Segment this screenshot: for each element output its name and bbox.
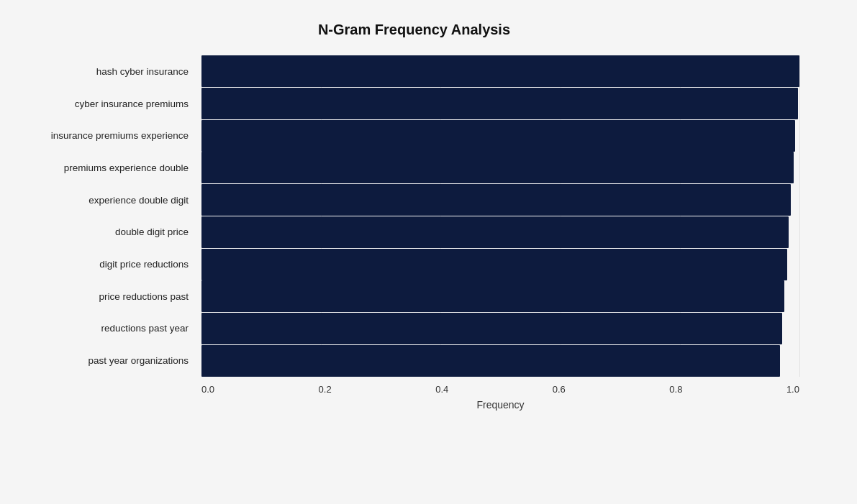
chart-title: N-Gram Frequency Analysis xyxy=(14,22,814,38)
x-tick-label: 0.8 xyxy=(669,384,682,395)
bar xyxy=(201,280,784,312)
bar-row: reductions past year xyxy=(201,313,799,345)
bar xyxy=(201,120,795,152)
bar-label: insurance premiums experience xyxy=(14,130,194,141)
bar xyxy=(201,88,798,119)
bar xyxy=(201,184,791,216)
bar-row: cyber insurance premiums xyxy=(201,88,799,120)
bar-label: digit price reductions xyxy=(14,259,194,270)
chart-container: N-Gram Frequency Analysis hash cyber ins… xyxy=(0,0,857,504)
x-axis-section: 0.00.20.40.60.81.0 Frequency xyxy=(14,380,814,416)
x-tick-label: 0.0 xyxy=(201,384,214,395)
x-axis-ticks: 0.00.20.40.60.81.0 xyxy=(201,380,799,395)
bar-label: double digit price xyxy=(14,226,194,237)
bar-row: hash cyber insurance xyxy=(201,55,799,88)
bar xyxy=(201,152,794,183)
x-tick-label: 0.4 xyxy=(435,384,448,395)
bar-row: experience double digit xyxy=(201,184,799,216)
bars-section: hash cyber insurancecyber insurance prem… xyxy=(14,55,814,377)
bar-label: premiums experience double xyxy=(14,162,194,173)
bar-row: digit price reductions xyxy=(201,248,799,280)
bar xyxy=(201,249,787,280)
bar-label: hash cyber insurance xyxy=(14,66,194,77)
bar-row: double digit price xyxy=(201,216,799,249)
bar-row: past year organizations xyxy=(201,344,799,377)
bar xyxy=(201,345,780,377)
x-tick-label: 1.0 xyxy=(786,384,799,395)
bar-label: cyber insurance premiums xyxy=(14,98,194,109)
bar-label: price reductions past xyxy=(14,291,194,302)
bar-label: reductions past year xyxy=(14,323,194,334)
x-tick-label: 0.6 xyxy=(553,384,566,395)
bar-row: insurance premiums experience xyxy=(201,119,799,152)
x-axis-label: Frequency xyxy=(201,399,799,411)
bar-label: experience double digit xyxy=(14,195,194,206)
bar-row: price reductions past xyxy=(201,280,799,313)
bar xyxy=(201,313,782,344)
bar-row: premiums experience double xyxy=(201,152,799,184)
grid-line xyxy=(799,55,800,377)
bar-label: past year organizations xyxy=(14,355,194,366)
chart-area: hash cyber insurancecyber insurance prem… xyxy=(14,55,814,416)
bar xyxy=(201,55,799,87)
x-tick-label: 0.2 xyxy=(319,384,332,395)
bar xyxy=(201,216,789,248)
